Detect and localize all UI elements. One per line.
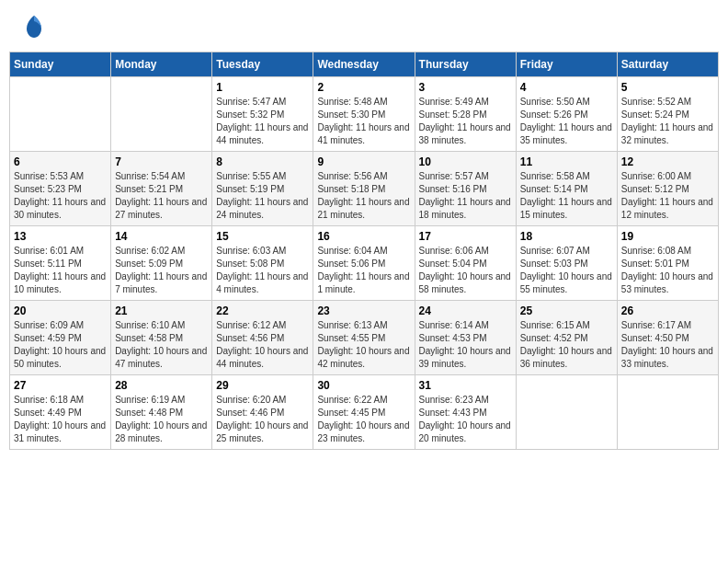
day-info: Sunrise: 6:07 AMSunset: 5:03 PMDaylight:… (520, 245, 613, 296)
day-number: 16 (317, 230, 410, 243)
day-number: 18 (520, 230, 613, 243)
day-number: 31 (419, 379, 512, 392)
day-info: Sunrise: 5:50 AMSunset: 5:26 PMDaylight:… (520, 96, 613, 147)
day-number: 12 (621, 155, 714, 168)
calendar-day-cell: 7Sunrise: 5:54 AMSunset: 5:21 PMDaylight… (111, 152, 212, 226)
day-info: Sunrise: 6:13 AMSunset: 4:55 PMDaylight:… (317, 319, 410, 371)
calendar-day-cell: 4Sunrise: 5:50 AMSunset: 5:26 PMDaylight… (516, 77, 617, 152)
day-number: 17 (419, 230, 512, 243)
day-info: Sunrise: 6:23 AMSunset: 4:43 PMDaylight:… (419, 394, 512, 445)
calendar-day-cell: 10Sunrise: 5:57 AMSunset: 5:16 PMDayligh… (415, 152, 516, 226)
day-number: 4 (520, 81, 613, 94)
calendar-day-cell: 12Sunrise: 6:00 AMSunset: 5:12 PMDayligh… (617, 152, 718, 226)
calendar-day-cell: 29Sunrise: 6:20 AMSunset: 4:46 PMDayligh… (212, 375, 313, 450)
day-number: 27 (14, 379, 107, 392)
day-number: 8 (216, 155, 309, 168)
calendar-day-cell: 13Sunrise: 6:01 AMSunset: 5:11 PMDayligh… (10, 226, 111, 301)
day-info: Sunrise: 6:04 AMSunset: 5:06 PMDaylight:… (317, 245, 410, 296)
day-info: Sunrise: 5:55 AMSunset: 5:19 PMDaylight:… (216, 170, 309, 222)
calendar-day-cell: 14Sunrise: 6:02 AMSunset: 5:09 PMDayligh… (111, 226, 212, 301)
day-info: Sunrise: 6:20 AMSunset: 4:46 PMDaylight:… (216, 394, 309, 445)
day-info: Sunrise: 6:09 AMSunset: 4:59 PMDaylight:… (14, 319, 107, 371)
calendar-week-row: 13Sunrise: 6:01 AMSunset: 5:11 PMDayligh… (10, 226, 719, 301)
day-info: Sunrise: 6:17 AMSunset: 4:50 PMDaylight:… (621, 319, 714, 371)
calendar-day-cell (516, 375, 617, 450)
calendar-day-cell: 8Sunrise: 5:55 AMSunset: 5:19 PMDaylight… (212, 152, 313, 226)
day-number: 9 (317, 155, 410, 168)
calendar-day-cell: 5Sunrise: 5:52 AMSunset: 5:24 PMDaylight… (617, 77, 718, 152)
weekday-header: Saturday (617, 52, 718, 77)
calendar-day-cell: 25Sunrise: 6:15 AMSunset: 4:52 PMDayligh… (516, 301, 617, 375)
day-info: Sunrise: 5:48 AMSunset: 5:30 PMDaylight:… (317, 96, 410, 147)
calendar-day-cell: 3Sunrise: 5:49 AMSunset: 5:28 PMDaylight… (415, 77, 516, 152)
day-info: Sunrise: 6:01 AMSunset: 5:11 PMDaylight:… (14, 245, 107, 296)
calendar-day-cell: 11Sunrise: 5:58 AMSunset: 5:14 PMDayligh… (516, 152, 617, 226)
day-info: Sunrise: 6:10 AMSunset: 4:58 PMDaylight:… (115, 319, 208, 371)
day-info: Sunrise: 6:03 AMSunset: 5:08 PMDaylight:… (216, 245, 309, 296)
day-number: 1 (216, 81, 309, 94)
calendar-table: SundayMondayTuesdayWednesdayThursdayFrid… (9, 52, 719, 450)
day-info: Sunrise: 5:57 AMSunset: 5:16 PMDaylight:… (419, 170, 512, 222)
weekday-header: Thursday (415, 52, 516, 77)
day-number: 15 (216, 230, 309, 243)
calendar-day-cell: 27Sunrise: 6:18 AMSunset: 4:49 PMDayligh… (10, 375, 111, 450)
calendar-day-cell: 16Sunrise: 6:04 AMSunset: 5:06 PMDayligh… (313, 226, 415, 301)
calendar-day-cell: 21Sunrise: 6:10 AMSunset: 4:58 PMDayligh… (111, 301, 212, 375)
calendar-week-row: 20Sunrise: 6:09 AMSunset: 4:59 PMDayligh… (10, 301, 719, 375)
weekday-header: Friday (516, 52, 617, 77)
calendar-day-cell: 28Sunrise: 6:19 AMSunset: 4:48 PMDayligh… (111, 375, 212, 450)
calendar-day-cell (111, 77, 212, 152)
weekday-header: Monday (111, 52, 212, 77)
day-info: Sunrise: 6:19 AMSunset: 4:48 PMDaylight:… (115, 394, 208, 445)
day-info: Sunrise: 6:02 AMSunset: 5:09 PMDaylight:… (115, 245, 208, 296)
calendar-day-cell: 6Sunrise: 5:53 AMSunset: 5:23 PMDaylight… (10, 152, 111, 226)
calendar-day-cell: 1Sunrise: 5:47 AMSunset: 5:32 PMDaylight… (212, 77, 313, 152)
calendar-week-row: 1Sunrise: 5:47 AMSunset: 5:32 PMDaylight… (10, 77, 719, 152)
logo (18, 14, 47, 40)
calendar-day-cell: 15Sunrise: 6:03 AMSunset: 5:08 PMDayligh… (212, 226, 313, 301)
calendar-day-cell: 17Sunrise: 6:06 AMSunset: 5:04 PMDayligh… (415, 226, 516, 301)
logo-icon (21, 14, 47, 40)
day-info: Sunrise: 5:49 AMSunset: 5:28 PMDaylight:… (419, 96, 512, 147)
day-number: 3 (419, 81, 512, 94)
calendar-day-cell (10, 77, 111, 152)
weekday-header: Tuesday (212, 52, 313, 77)
day-number: 20 (14, 304, 107, 317)
calendar-body: 1Sunrise: 5:47 AMSunset: 5:32 PMDaylight… (10, 77, 719, 450)
calendar-day-cell: 19Sunrise: 6:08 AMSunset: 5:01 PMDayligh… (617, 226, 718, 301)
day-info: Sunrise: 6:00 AMSunset: 5:12 PMDaylight:… (621, 170, 714, 222)
day-number: 14 (115, 230, 208, 243)
day-info: Sunrise: 6:06 AMSunset: 5:04 PMDaylight:… (419, 245, 512, 296)
day-info: Sunrise: 5:58 AMSunset: 5:14 PMDaylight:… (520, 170, 613, 222)
day-number: 21 (115, 304, 208, 317)
day-info: Sunrise: 5:53 AMSunset: 5:23 PMDaylight:… (14, 170, 107, 222)
day-number: 19 (621, 230, 714, 243)
day-number: 7 (115, 155, 208, 168)
day-number: 23 (317, 304, 410, 317)
day-number: 2 (317, 81, 410, 94)
calendar-week-row: 27Sunrise: 6:18 AMSunset: 4:49 PMDayligh… (10, 375, 719, 450)
day-info: Sunrise: 5:47 AMSunset: 5:32 PMDaylight:… (216, 96, 309, 147)
day-info: Sunrise: 6:22 AMSunset: 4:45 PMDaylight:… (317, 394, 410, 445)
day-info: Sunrise: 6:14 AMSunset: 4:53 PMDaylight:… (419, 319, 512, 371)
day-info: Sunrise: 5:54 AMSunset: 5:21 PMDaylight:… (115, 170, 208, 222)
calendar-day-cell: 26Sunrise: 6:17 AMSunset: 4:50 PMDayligh… (617, 301, 718, 375)
calendar-day-cell: 23Sunrise: 6:13 AMSunset: 4:55 PMDayligh… (313, 301, 415, 375)
day-number: 10 (419, 155, 512, 168)
day-info: Sunrise: 6:15 AMSunset: 4:52 PMDaylight:… (520, 319, 613, 371)
day-number: 6 (14, 155, 107, 168)
day-number: 5 (621, 81, 714, 94)
day-info: Sunrise: 6:12 AMSunset: 4:56 PMDaylight:… (216, 319, 309, 371)
calendar-day-cell: 18Sunrise: 6:07 AMSunset: 5:03 PMDayligh… (516, 226, 617, 301)
day-number: 25 (520, 304, 613, 317)
calendar-day-cell: 24Sunrise: 6:14 AMSunset: 4:53 PMDayligh… (415, 301, 516, 375)
calendar-day-cell: 20Sunrise: 6:09 AMSunset: 4:59 PMDayligh… (10, 301, 111, 375)
day-info: Sunrise: 5:56 AMSunset: 5:18 PMDaylight:… (317, 170, 410, 222)
page-header (9, 9, 719, 44)
day-number: 13 (14, 230, 107, 243)
calendar-day-cell: 9Sunrise: 5:56 AMSunset: 5:18 PMDaylight… (313, 152, 415, 226)
day-info: Sunrise: 5:52 AMSunset: 5:24 PMDaylight:… (621, 96, 714, 147)
weekday-header-row: SundayMondayTuesdayWednesdayThursdayFrid… (10, 52, 719, 77)
day-number: 29 (216, 379, 309, 392)
day-info: Sunrise: 6:18 AMSunset: 4:49 PMDaylight:… (14, 394, 107, 445)
